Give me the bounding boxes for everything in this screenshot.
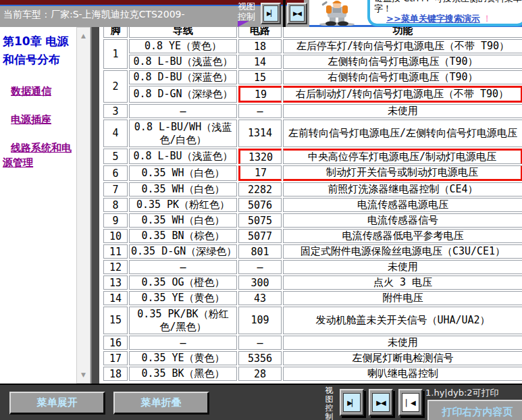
function-cell: 电流传感器低电平参考电压 [283,229,522,243]
function-cell: 喇叭继电器控制 [283,367,522,381]
table-row: 0.8 L-BU（浅蓝色）14左侧转向信号灯电源电压（T90） [103,55,522,69]
wire-cell: 0.8 L-BU/WH（浅蓝色/白色） [129,120,237,147]
bottom-split-pane-button[interactable]: ▶◀ [369,389,393,416]
table-row: 3––未使用 [103,104,522,118]
table-row: 170.35 YE（黄色）5356左侧尾灯断电检测信号 [103,351,522,365]
top-split-pane-button[interactable]: ▶◀ [287,3,307,24]
top-bar: 当前车型：厂家:S-上海凯迪拉克CTS2009- 视图控制 ▶▏▶◀ [0,0,309,27]
function-cell: 电流传感器信号 [283,213,522,228]
function-cell: 右后制动灯/转向信号灯电源电压（不带 T90） [283,86,522,103]
table-row: 12––未使用 [103,260,522,274]
toolbar-divider [283,0,286,27]
function-cell: 附件电压 [283,291,522,305]
wire-cell: 0.35 WH（白色） [129,182,237,196]
keyword-search-demo-link[interactable]: >>菜单关键字搜索演示 [386,14,480,24]
table-row: 130.35 OG（橙色）300点火 3 电压 [103,275,522,290]
table-row: 40.8 L-BU/WH（浅蓝色/白色）1314左前转向信号灯电源电压/左侧转向… [103,120,522,147]
scroll-up-icon[interactable]: ▲ [77,30,90,41]
pane-arrow-icon: ▶◀ [290,5,305,22]
print-status-text: 1.hy|dyb:2可打印 [425,387,499,399]
function-cell: 点火 3 电压 [283,275,522,290]
table-row: 60.35 WH（白色）17制动灯开关信号或制动灯电源电压 [103,165,522,181]
pin-cell: 14 [103,291,128,305]
scroll-down-icon[interactable]: ▼ [77,369,90,380]
tip-line1: 键盘按 Ctrl+F 可搜索左侧的资料菜单关键 [374,0,520,3]
circuit-cell: 14 [238,55,282,69]
pin-cell: 6 [103,165,128,181]
function-cell: 未使用 [283,336,522,350]
header-wire: 导线 [129,27,237,38]
table-row: 10.8 YE（黄色）18左后停车灯/转向信号灯电源电压（不带 T90） [103,39,522,53]
wire-cell: 0.8 L-BU（浅蓝色） [129,149,237,164]
pin-cell: 4 [103,120,128,147]
wire-cell: 0.8 L-BU（浅蓝色） [129,55,237,69]
table-row: 100.35 BN（棕色）5077电流传感器低电平参考电压 [103,229,522,243]
chapter-sidebar: 第10章 电源和信号分布 数据通信电源插座线路系统和电源管理 [0,27,76,384]
circuit-cell: – [238,104,282,118]
pin-cell: 9 [103,213,128,228]
bottom-collapse-left-pane-button[interactable]: ▶▏ [340,389,364,416]
view-control-label-bottom: 视图控制 [324,386,334,420]
pin-cell: 1 [103,39,128,69]
pin-cell: 16 [103,336,128,350]
menu-collapse-button[interactable]: 菜单折叠 [113,392,209,415]
wire-cell: 0.35 BK（黑色） [129,367,237,381]
pane-arrow-icon: ▏◀ [402,393,419,412]
pin-cell: 13 [103,275,128,290]
pane-arrow-icon: ▶◀ [372,393,390,412]
mechanic-mascot-icon [309,0,365,28]
pin-cell: 2 [103,70,128,103]
table-row: 0.8 D-GN（深绿色）19右后制动灯/转向信号灯电源电压（不带 T90） [103,86,522,103]
table-row: 110.35 D-GN（深绿色）801固定式附件电源保险丝电源电压（C3U/CE… [103,244,522,259]
top-right-panel: 键盘按 Ctrl+F 可搜索左侧的资料菜单关键 字！ >>菜单关键字搜索演示！ [309,0,522,27]
table-row: 140.35 YE（黄色）43附件电压 [103,291,522,305]
wire-cell: 0.8 D-BU（深蓝色） [129,70,237,84]
function-cell: 发动机舱盖未关开关信号（UHA/UA2） [283,307,522,334]
menu-expand-button[interactable]: 菜单展开 [9,392,105,415]
wire-cell: 0.35 OG（橙色） [129,275,237,290]
circuit-cell: – [238,336,282,350]
pin-cell: 17 [103,351,128,365]
circuit-cell: 2282 [238,182,282,196]
table-row: 70.35 WH（白色）2282前照灯洗涤器继电器控制（CE4） [103,182,522,196]
circuit-cell: 5356 [238,351,282,365]
wire-cell: 0.35 WH（白色） [129,213,237,228]
pinout-table-area: 脚 导线 电路 功能 10.8 YE（黄色）18左后停车灯/转向信号灯电源电压（… [99,27,522,384]
wire-cell: 0.35 BN（棕色） [129,229,237,243]
wire-cell: 0.35 YE（黄色） [129,351,237,365]
current-vehicle-label: 当前车型：厂家:S-上海凯迪拉克CTS2009- [3,9,185,21]
search-tip-bubble: 键盘按 Ctrl+F 可搜索左侧的资料菜单关键 字！ >>菜单关键字搜索演示！ [367,0,522,26]
circuit-cell: 17 [238,165,282,181]
function-cell: 左后停车灯/转向信号灯电源电压（不带 T90） [283,39,522,53]
pane-divider[interactable] [90,27,99,384]
pin-cell: 7 [103,182,128,196]
circuit-cell: 801 [238,244,282,259]
connector-pinout-table: 脚 导线 电路 功能 10.8 YE（黄色）18左后停车灯/转向信号灯电源电压（… [102,27,522,382]
table-row: 180.35 BK（黑色）28喇叭继电器控制 [103,367,522,381]
sidebar-link-1[interactable]: 电源插座 [3,112,74,127]
circuit-cell: 300 [238,275,282,290]
table-header-row: 脚 导线 电路 功能 [103,27,522,38]
function-cell: 前照灯洗涤器继电器控制（CE4） [283,182,522,196]
circuit-cell: 19 [238,86,282,103]
function-cell: 电流传感器电源电压 [283,198,522,212]
sidebar-link-0[interactable]: 数据通信 [3,84,74,99]
top-collapse-left-pane-button[interactable]: ▶▏ [261,3,281,24]
wire-cell: – [129,104,237,118]
wire-cell: 0.35 D-GN（深绿色） [129,244,237,259]
table-row: 20.8 D-BU（深蓝色）15右侧转向信号灯电源电压（T90） [103,70,522,84]
circuit-cell: 15 [238,70,282,84]
wire-cell: 0.8 YE（黄色） [129,39,237,53]
pin-cell: 3 [103,104,128,118]
circuit-cell: 1320 [238,149,282,164]
sidebar-scrollbar[interactable]: ▲ ▼ [76,27,90,384]
sidebar-link-2[interactable]: 线路系统和电源管理 [3,140,74,170]
print-right-page-button[interactable]: 打印右方内容页 [427,400,522,420]
function-cell: 固定式附件电源保险丝电源电压（C3U/CE1） [283,244,522,259]
header-pin: 脚 [103,27,128,38]
bottom-collapse-right-pane-button[interactable]: ▏◀ [398,389,423,416]
pin-cell: 11 [103,244,128,259]
wire-cell: – [129,260,237,274]
pin-cell: 5 [103,149,128,164]
function-cell: 未使用 [283,260,522,274]
